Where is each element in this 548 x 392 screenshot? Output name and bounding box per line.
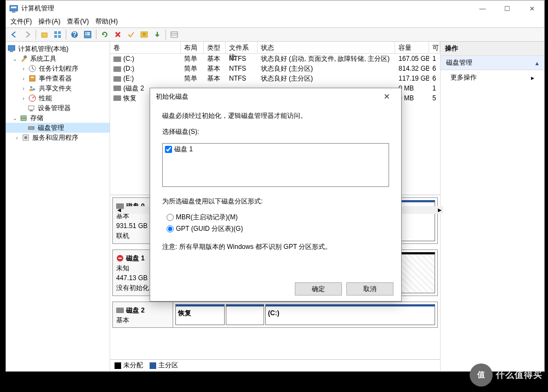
actions-disk-mgmt[interactable]: 磁盘管理 ▴ xyxy=(441,56,544,70)
check-button[interactable] xyxy=(125,29,137,41)
svg-point-32 xyxy=(32,127,33,128)
gpt-radio[interactable] xyxy=(167,225,174,232)
svg-rect-30 xyxy=(21,118,26,121)
tree-disk-management[interactable]: 磁盘管理 xyxy=(6,123,110,133)
disk-2-block[interactable]: 磁盘 2 基本 恢复 (C:) xyxy=(112,302,438,328)
disk-select-list[interactable]: 磁盘 1 xyxy=(162,143,389,187)
tree-storage[interactable]: ⌄ 存储 xyxy=(6,113,110,123)
menu-file[interactable]: 文件(F) xyxy=(10,17,32,27)
partition-c[interactable]: (C:) xyxy=(265,304,435,325)
device-icon xyxy=(27,104,36,112)
warn-icon xyxy=(116,254,124,262)
col-layout[interactable]: 布局 xyxy=(181,42,204,53)
titlebar[interactable]: 计算机管理 — ☐ ✕ xyxy=(6,1,544,16)
svg-rect-17 xyxy=(8,46,15,50)
svg-rect-27 xyxy=(28,106,34,110)
volume-row[interactable]: (E:)简单基本NTFS状态良好 (主分区)117.19 GB6 xyxy=(110,73,440,83)
partition-recovery[interactable]: 恢复 xyxy=(175,304,225,325)
svg-rect-16 xyxy=(171,32,178,37)
actions-more[interactable]: 更多操作 ▸ xyxy=(441,70,544,85)
storage-icon xyxy=(19,113,28,122)
col-capacity[interactable]: 容量 xyxy=(395,42,429,53)
svg-rect-7 xyxy=(58,35,61,38)
svg-rect-25 xyxy=(30,89,33,91)
menu-view[interactable]: 查看(V) xyxy=(67,17,89,27)
expand-icon[interactable]: › xyxy=(20,66,27,72)
col-fs[interactable]: 文件系统 xyxy=(226,42,258,53)
volume-row[interactable]: (D:)简单基本NTFS状态良好 (主分区)814.32 GB6 xyxy=(110,64,440,73)
tree-root[interactable]: 计算机管理(本地) xyxy=(6,44,110,54)
svg-rect-21 xyxy=(30,76,35,81)
help-button[interactable]: ? xyxy=(68,29,81,41)
expand-icon[interactable]: › xyxy=(20,95,27,101)
maximize-button[interactable]: ☐ xyxy=(495,1,520,16)
col-type[interactable]: 类型 xyxy=(204,42,226,53)
clock-icon xyxy=(28,64,37,73)
computer-icon xyxy=(7,44,16,53)
volume-row[interactable]: (C:)简单基本NTFS状态良好 (启动, 页面文件, 故障转储, 主分区)16… xyxy=(110,54,440,64)
dialog-close-button[interactable]: ✕ xyxy=(378,89,396,104)
partition[interactable] xyxy=(226,304,264,325)
svg-rect-6 xyxy=(54,35,57,38)
expand-icon[interactable]: › xyxy=(20,76,27,82)
navigation-tree: 计算机管理(本地) ⌄ 系统工具 › 任务计划程序 › 事件查看器 › 共享文件… xyxy=(6,42,110,371)
drive-icon xyxy=(116,203,124,209)
tree-device-manager[interactable]: 设备管理器 xyxy=(6,103,110,113)
tree-system-tools[interactable]: ⌄ 系统工具 xyxy=(6,54,110,64)
svg-point-19 xyxy=(24,55,27,59)
legend-unalloc-swatch xyxy=(115,362,121,369)
collapse-icon[interactable]: ⌄ xyxy=(12,56,18,62)
menu-action[interactable]: 操作(A) xyxy=(38,17,60,27)
disk-1-checkbox-row[interactable]: 磁盘 1 xyxy=(165,145,386,154)
toolbar: ? xyxy=(6,27,544,42)
expand-icon[interactable]: › xyxy=(20,86,27,92)
svg-rect-29 xyxy=(21,116,26,118)
minimize-button[interactable]: — xyxy=(470,1,495,16)
dialog-message: 磁盘必须经过初始化，逻辑磁盘管理器才能访问。 xyxy=(162,111,389,121)
svg-point-23 xyxy=(30,86,32,88)
dialog-note: 注意: 所有早期版本的 Windows 都不识别 GPT 分区形式。 xyxy=(162,242,389,252)
gpt-radio-row[interactable]: GPT (GUID 分区表)(G) xyxy=(167,224,389,234)
svg-rect-28 xyxy=(30,110,33,111)
cancel-button[interactable]: 取消 xyxy=(346,282,393,296)
view-button[interactable] xyxy=(52,29,64,41)
disk-1-checkbox[interactable] xyxy=(165,146,172,153)
forward-button[interactable] xyxy=(21,29,33,41)
svg-rect-1 xyxy=(11,7,16,8)
list-button[interactable] xyxy=(168,29,180,41)
up-button[interactable] xyxy=(38,29,50,41)
tree-shared-folders[interactable]: › 共享文件夹 xyxy=(6,83,110,93)
col-volume[interactable]: 卷 xyxy=(110,42,181,53)
mbr-radio-row[interactable]: MBR(主启动记录)(M) xyxy=(167,213,389,222)
dialog-titlebar[interactable]: 初始化磁盘 ✕ xyxy=(150,88,401,105)
refresh-button[interactable] xyxy=(99,29,111,41)
col-status[interactable]: 状态 xyxy=(258,42,396,53)
watermark-text: 什么值得买 xyxy=(496,370,543,381)
tree-button[interactable] xyxy=(138,29,150,41)
tools-icon xyxy=(19,54,28,63)
tree-event-viewer[interactable]: › 事件查看器 xyxy=(6,73,110,83)
close-button[interactable]: ✕ xyxy=(520,1,544,16)
detail-button[interactable] xyxy=(82,29,94,41)
volume-header: 卷 布局 类型 文件系统 状态 容量 可 xyxy=(110,42,440,54)
svg-rect-11 xyxy=(85,32,87,33)
svg-text:?: ? xyxy=(72,31,76,38)
col-rest[interactable]: 可 xyxy=(429,42,440,53)
delete-button[interactable] xyxy=(112,29,124,41)
collapse-icon[interactable]: ⌄ xyxy=(12,115,18,121)
menu-help[interactable]: 帮助(H) xyxy=(95,17,118,27)
expand-icon[interactable]: › xyxy=(14,135,20,141)
watermark: 值 什么值得买 xyxy=(470,363,543,387)
back-button[interactable] xyxy=(8,29,20,41)
tree-performance[interactable]: › 性能 xyxy=(6,93,110,103)
tree-services-apps[interactable]: › 服务和应用程序 xyxy=(6,133,110,143)
svg-rect-3 xyxy=(42,33,47,37)
actions-pane: 操作 磁盘管理 ▴ 更多操作 ▸ xyxy=(440,42,544,371)
tree-task-scheduler[interactable]: › 任务计划程序 xyxy=(6,64,110,73)
collapse-arrow-icon: ▴ xyxy=(535,59,539,67)
perf-icon xyxy=(28,94,37,103)
ok-button[interactable]: 确定 xyxy=(295,282,342,296)
arrow-button[interactable] xyxy=(151,29,163,41)
mbr-radio[interactable] xyxy=(167,214,174,221)
actions-header: 操作 xyxy=(441,42,544,56)
